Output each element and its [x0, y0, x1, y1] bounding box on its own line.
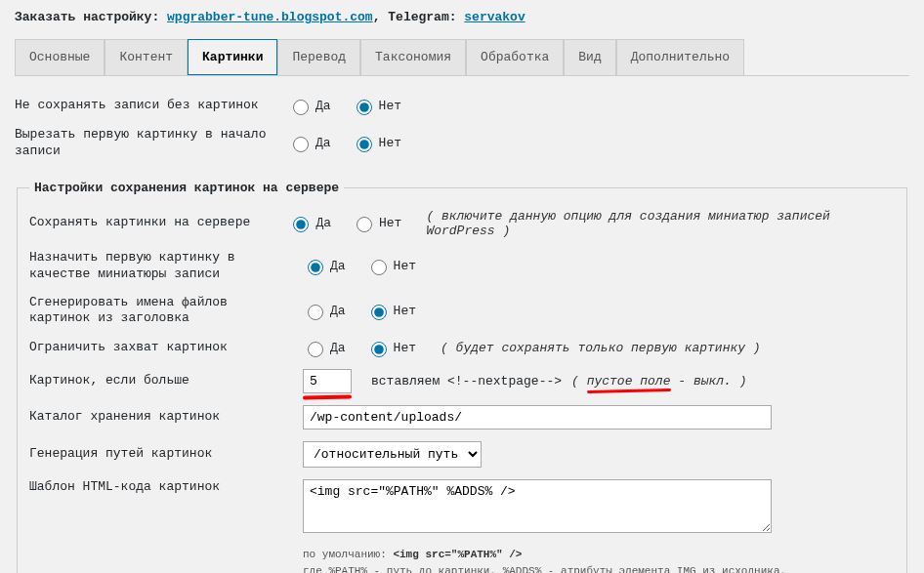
tabs: Основные Контент Картинки Перевод Таксон…: [15, 39, 909, 76]
radio-no[interactable]: Нет: [352, 214, 401, 232]
radio-no[interactable]: Нет: [366, 257, 416, 275]
fieldset-save-images: Настройки сохранения картинок на сервере…: [17, 181, 907, 573]
radio-no[interactable]: Нет: [352, 97, 401, 115]
row-cut-first-image: Вырезать первую картинку в начало записи…: [15, 121, 909, 166]
after-text: вставляем <!--nextpage-->: [371, 374, 562, 389]
row-path-generation: Генерация путей картинок /относительный …: [29, 435, 895, 473]
radio-yes[interactable]: Да: [288, 214, 331, 232]
label: Вырезать первую картинку в начало записи: [15, 127, 288, 160]
header-link-blog[interactable]: wpgrabber-tune.blogspot.com: [167, 10, 373, 24]
label: Не сохранять записи без картинок: [15, 98, 288, 114]
tab-images[interactable]: Картинки: [188, 39, 277, 75]
row-limit-image-grab: Ограничить захват картинок Да Нет ( буде…: [29, 333, 895, 363]
tab-content[interactable]: Контент: [105, 39, 188, 75]
tab-main[interactable]: Основные: [15, 39, 105, 75]
row-html-template: Шаблон HTML-кода картинок <img src="%PAT…: [29, 473, 895, 539]
hint: ( включите данную опцию для создания мин…: [426, 209, 895, 238]
radio-yes[interactable]: Да: [303, 339, 346, 357]
template-notes: по умолчанию: <img src="%PATH%" /> где %…: [303, 547, 895, 573]
radio-no[interactable]: Нет: [366, 302, 416, 320]
tab-translate[interactable]: Перевод: [277, 39, 360, 75]
radio-yes[interactable]: Да: [303, 302, 346, 320]
legend: Настройки сохранения картинок на сервере: [29, 181, 344, 195]
row-storage-dir: Каталог хранения картинок: [29, 399, 895, 435]
html-template-textarea[interactable]: <img src="%PATH%" %ADDS% />: [303, 479, 772, 533]
radio-yes[interactable]: Да: [303, 257, 346, 275]
tab-view[interactable]: Вид: [564, 39, 615, 75]
hint: ( будет сохранять только первую картинку…: [441, 341, 761, 355]
tab-extra[interactable]: Дополнительно: [616, 39, 744, 75]
row-gen-filenames-from-title: Сгенерировать имена файлов картинок из з…: [29, 289, 895, 334]
row-set-first-as-thumb: Назначить первую картинку в качестве мин…: [29, 244, 895, 289]
tab-processing[interactable]: Обработка: [466, 39, 564, 75]
radio-no[interactable]: Нет: [366, 339, 416, 357]
header-prefix: Заказать настройку:: [15, 10, 167, 24]
radio-yes[interactable]: Да: [288, 134, 331, 152]
row-images-if-more: Картинок, если больше вставляем <!--next…: [29, 363, 895, 399]
tab-taxonomy[interactable]: Таксономия: [360, 39, 466, 75]
hint: ( пустое поле - выкл. ): [571, 374, 746, 389]
radio-yes[interactable]: Да: [288, 97, 331, 115]
radio-no[interactable]: Нет: [352, 134, 401, 152]
images-count-input[interactable]: [303, 369, 352, 393]
row-save-on-server: Сохранять картинки на сервере Да Нет ( в…: [29, 203, 895, 244]
storage-dir-input[interactable]: [303, 405, 772, 430]
path-gen-select[interactable]: /относительный путь: [303, 441, 482, 468]
header: Заказать настройку: wpgrabber-tune.blogs…: [15, 10, 909, 24]
header-link-telegram[interactable]: servakov: [464, 10, 525, 24]
header-middle: , Telegram:: [373, 10, 465, 24]
row-no-save-without-images: Не сохранять записи без картинок Да Нет: [15, 91, 909, 121]
